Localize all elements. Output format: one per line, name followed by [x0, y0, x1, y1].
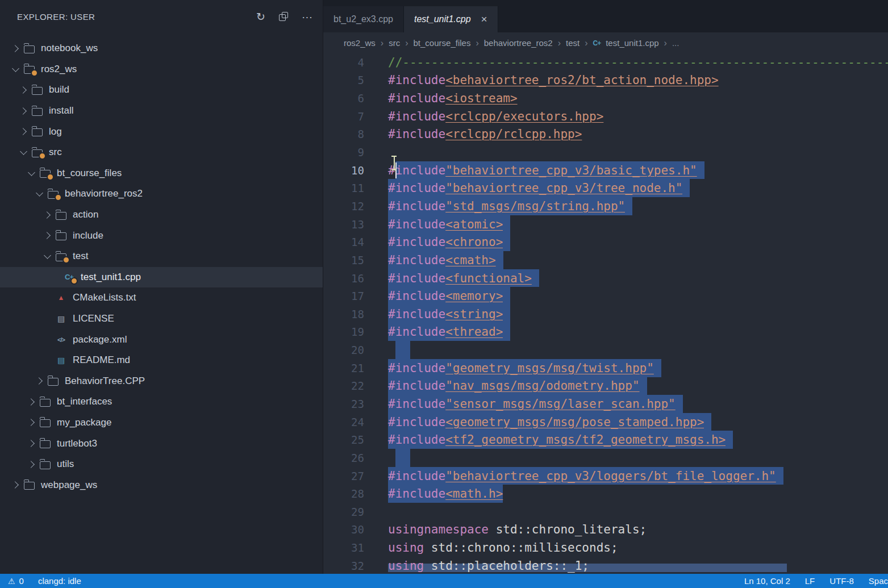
tree-item-test[interactable]: test — [0, 246, 323, 267]
eol-indicator[interactable]: LF — [805, 576, 815, 586]
code-token: using — [388, 539, 424, 557]
code-line[interactable]: 17#include <memory> — [323, 287, 888, 305]
tab-test_unit1.cpp[interactable]: test_unit1.cpp× — [404, 6, 498, 32]
line-content: #include <thread> — [388, 323, 510, 341]
editor-area: bt_u2_ex3.cpptest_unit1.cpp× ros2_ws›src… — [323, 0, 888, 574]
code-line[interactable]: 28#include <math.h> — [323, 485, 888, 503]
tree-item-build[interactable]: build — [0, 80, 323, 101]
line-content — [388, 449, 410, 467]
breadcrumb-item-src[interactable]: src — [389, 38, 400, 48]
tree-item-CMakeLists.txt[interactable]: ▲CMakeLists.txt — [0, 287, 323, 308]
code-line[interactable]: 14#include <chrono> — [323, 233, 888, 251]
tree-item-src[interactable]: src — [0, 142, 323, 163]
selection-newline — [503, 287, 510, 305]
code-line[interactable]: 32using std::placeholders::_1; — [323, 557, 888, 574]
chevron-right-icon — [43, 211, 51, 219]
tree-item-include[interactable]: include — [0, 225, 323, 246]
indentation-indicator[interactable]: Spac — [869, 576, 888, 586]
code-line[interactable]: 27#include "behaviortree_cpp_v3/loggers/… — [323, 467, 888, 485]
breadcrumb-item-ros2_ws[interactable]: ros2_ws — [344, 38, 376, 48]
problems-count[interactable]: 0 — [19, 576, 24, 586]
line-number: 13 — [323, 215, 364, 233]
code-token: #include — [388, 251, 445, 269]
tree-item-log[interactable]: log — [0, 121, 323, 142]
code-line[interactable]: 19#include <thread> — [323, 323, 888, 341]
line-content: #include "nav_msgs/msg/odometry.hpp" — [388, 377, 647, 395]
cursor-position[interactable]: Ln 10, Col 2 — [744, 576, 790, 586]
tab-label: test_unit1.cpp — [414, 14, 471, 24]
code-line[interactable]: 30using namespace std::chrono_literals; — [323, 521, 888, 539]
tree-item-notebook_ws[interactable]: notebook_ws — [0, 38, 323, 59]
tree-item-bt_course_files[interactable]: bt_course_files — [0, 163, 323, 184]
code-line[interactable]: 12#include "std_msgs/msg/string.hpp" — [323, 197, 888, 215]
code-line[interactable]: 10#include "behaviortree_cpp_v3/basic_ty… — [323, 161, 888, 180]
close-tab-icon[interactable]: × — [481, 13, 487, 26]
refresh-explorer-icon[interactable]: ↻ — [256, 11, 265, 22]
tree-item-install[interactable]: install — [0, 101, 323, 122]
code-line[interactable]: 23#include "sensor_msgs/msg/laser_scan.h… — [323, 395, 888, 413]
tree-chevron — [17, 109, 30, 114]
code-line[interactable]: 9 — [323, 143, 888, 161]
tab-bt_u2_ex3.cpp[interactable]: bt_u2_ex3.cpp — [323, 6, 404, 32]
breadcrumb-item-bt_course_files[interactable]: bt_course_files — [414, 38, 471, 48]
tree-item-README.md[interactable]: ▤README.md — [0, 350, 323, 371]
code-line[interactable]: 22#include "nav_msgs/msg/odometry.hpp" — [323, 377, 888, 395]
breadcrumb-item-test_unit1.cpp[interactable]: test_unit1.cpp — [606, 38, 658, 48]
code-line[interactable]: 20 — [323, 341, 888, 359]
chevron-right-icon — [11, 481, 19, 489]
tree-item-webpage_ws[interactable]: webpage_ws — [0, 474, 323, 495]
folder-icon — [30, 84, 45, 96]
tree-item-LICENSE[interactable]: ▤LICENSE — [0, 308, 323, 330]
folder-icon — [37, 437, 53, 450]
chevron-down-icon — [28, 169, 35, 176]
code-token: #include — [388, 323, 445, 341]
language-server-status[interactable]: clangd: idle — [38, 576, 81, 586]
code-line[interactable]: 21#include "geometry_msgs/msg/twist.hpp" — [323, 359, 888, 377]
code-line[interactable]: 11#include "behaviortree_cpp_v3/tree_nod… — [323, 179, 888, 197]
tree-item-turtlebot3[interactable]: turtlebot3 — [0, 433, 323, 454]
code-token: using — [388, 557, 424, 574]
more-actions-icon[interactable]: ··· — [302, 11, 312, 22]
code-token: <cmath> — [445, 251, 496, 269]
line-number: 18 — [323, 305, 364, 323]
code-line[interactable]: 5#include <behaviortree_ros2/bt_action_n… — [323, 72, 888, 90]
code-line[interactable]: 7#include <rclcpp/executors.hpp> — [323, 107, 888, 126]
code-token: #include — [388, 413, 445, 431]
code-token: <behaviortree_ros2/bt_action_node.hpp> — [445, 72, 718, 90]
collapse-folders-icon[interactable] — [279, 12, 288, 21]
code-line[interactable]: 6#include <iostream> — [323, 89, 888, 107]
code-line[interactable]: 31using std::chrono::milliseconds; — [323, 539, 888, 557]
tree-item-my_package[interactable]: my_package — [0, 412, 323, 433]
breadcrumb-item-behaviortree_ros2[interactable]: behaviortree_ros2 — [484, 38, 553, 48]
code-line[interactable]: 29 — [323, 503, 888, 521]
breadcrumb-item-...[interactable]: ... — [672, 38, 679, 48]
line-number: 14 — [323, 233, 364, 251]
tree-item-BehaviorTree.CPP[interactable]: BehaviorTree.CPP — [0, 371, 323, 392]
code-line[interactable]: 24#include <geometry_msgs/msg/pose_stamp… — [323, 413, 888, 431]
code-line[interactable]: 16#include <functional> — [323, 269, 888, 287]
tree-item-ros2_ws[interactable]: ros2_ws — [0, 59, 323, 80]
tree-item-label: my_package — [57, 417, 111, 428]
tree-item-utils[interactable]: utils — [0, 454, 323, 475]
code-line[interactable]: 25#include <tf2_geometry_msgs/tf2_geomet… — [323, 431, 888, 449]
code-line[interactable]: 15#include <cmath> — [323, 251, 888, 269]
code-line[interactable]: 18#include <string> — [323, 305, 888, 323]
warning-icon[interactable]: ⚠ — [8, 577, 15, 586]
code-editor[interactable]: 4//-------------------------------------… — [323, 53, 888, 574]
tree-item-bt_interfaces[interactable]: bt_interfaces — [0, 391, 323, 412]
code-token: include — [395, 161, 446, 180]
breadcrumb-separator-icon: › — [381, 38, 383, 48]
tree-item-action[interactable]: action — [0, 205, 323, 226]
encoding-indicator[interactable]: UTF-8 — [829, 576, 854, 586]
tree-item-package.xml[interactable]: </>package.xml — [0, 329, 323, 350]
code-line[interactable]: 4//-------------------------------------… — [323, 53, 888, 72]
tree-item-test_unit1.cpp[interactable]: C+test_unit1.cpp — [0, 267, 323, 288]
folder-icon — [37, 167, 53, 180]
breadcrumb-item-test[interactable]: test — [566, 38, 580, 48]
folder-icon — [30, 146, 45, 159]
tree-item-behaviortree_ros2[interactable]: behaviortree_ros2 — [0, 184, 323, 205]
code-line[interactable]: 26 — [323, 449, 888, 467]
code-line[interactable]: 8#include <rclcpp/rclcpp.hpp> — [323, 126, 888, 144]
code-line[interactable]: 13#include <atomic> — [323, 215, 888, 233]
selection-newline — [676, 395, 683, 413]
